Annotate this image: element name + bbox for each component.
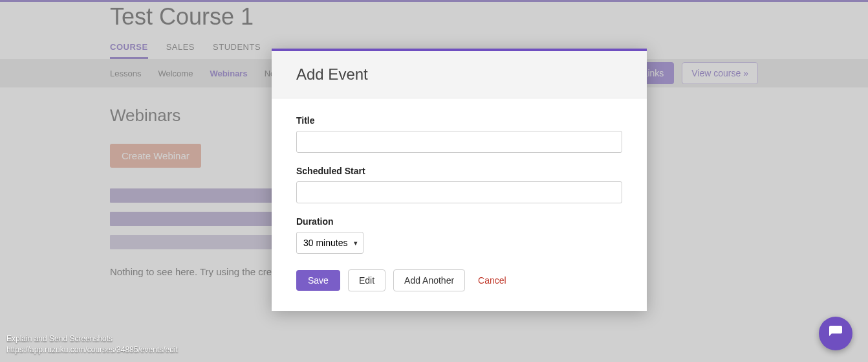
scheduled-start-label: Scheduled Start (296, 166, 622, 176)
title-input[interactable] (296, 131, 622, 153)
duration-label: Duration (296, 216, 622, 227)
save-button[interactable]: Save (296, 270, 340, 291)
chat-icon (828, 324, 843, 343)
duration-value: 30 minutes (303, 238, 347, 248)
add-event-modal: Add Event Title Scheduled Start Duration… (272, 49, 647, 311)
modal-title: Add Event (272, 51, 647, 98)
title-label: Title (296, 115, 622, 126)
add-another-button[interactable]: Add Another (393, 269, 465, 291)
footer-line2: https://app.ruzuku.com/courses/34885/eve… (6, 345, 178, 356)
cancel-link[interactable]: Cancel (478, 275, 506, 286)
duration-select[interactable]: 30 minutes (296, 232, 363, 254)
edit-button[interactable]: Edit (348, 269, 385, 291)
scheduled-start-input[interactable] (296, 181, 622, 203)
footer-line1: Explain and Send Screenshots (6, 334, 178, 345)
help-fab[interactable] (819, 317, 852, 350)
footer-note: Explain and Send Screenshots https://app… (6, 334, 178, 356)
